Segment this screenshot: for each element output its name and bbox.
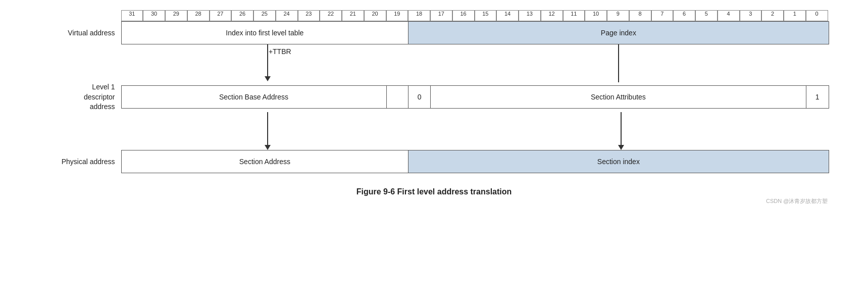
bit-label-20: 20 bbox=[364, 10, 386, 21]
right-arrow2-head bbox=[618, 145, 624, 150]
physical-address-row: Physical address Section AddressSection … bbox=[40, 150, 828, 173]
virtual-address-row: Virtual address Index into first level t… bbox=[40, 21, 828, 44]
bit-label-12: 12 bbox=[541, 10, 563, 21]
bit-label-2: 2 bbox=[761, 10, 784, 21]
csdn-watermark: CSDN @沐青岁故都方塑 bbox=[40, 197, 828, 205]
bit-label-0: 0 bbox=[806, 10, 828, 21]
bit-label-7: 7 bbox=[651, 10, 674, 21]
bit-label-21: 21 bbox=[342, 10, 364, 21]
bit-label-28: 28 bbox=[187, 10, 210, 21]
virtual-address-label: Virtual address bbox=[40, 28, 121, 37]
ttbr-arrow-area: +TTBR bbox=[121, 44, 828, 82]
diagram-container: 3130292827262524232221201918171615141312… bbox=[40, 10, 828, 205]
left-arrow2-line bbox=[267, 112, 268, 145]
level1-descriptor-row: Level 1 descriptor address Section Base … bbox=[40, 82, 828, 112]
bit-label-30: 30 bbox=[143, 10, 165, 21]
bit-label-22: 22 bbox=[320, 10, 342, 21]
bit-label-15: 15 bbox=[475, 10, 497, 21]
reg-cell: Section Address bbox=[122, 150, 409, 173]
bit-label-13: 13 bbox=[519, 10, 541, 21]
bit-label-24: 24 bbox=[276, 10, 298, 21]
reg-cell: Section Base Address bbox=[122, 86, 387, 108]
left-arrow2 bbox=[265, 112, 271, 150]
reg-cell: Index into first level table bbox=[122, 22, 409, 44]
bit-label-23: 23 bbox=[298, 10, 320, 21]
physical-address-label: Physical address bbox=[40, 157, 121, 166]
bit-label-11: 11 bbox=[563, 10, 585, 21]
left-arrow2-head bbox=[265, 145, 271, 150]
bit-label-9: 9 bbox=[607, 10, 629, 21]
left-arrow-line2 bbox=[267, 62, 268, 76]
right-arrow2 bbox=[618, 112, 624, 150]
reg-cell: Section index bbox=[409, 150, 828, 173]
ttbr-label: +TTBR bbox=[269, 47, 291, 56]
level1-arrow-area bbox=[121, 112, 828, 150]
bit-label-14: 14 bbox=[496, 10, 519, 21]
bit-label-8: 8 bbox=[629, 10, 651, 21]
reg-cell: 0 bbox=[409, 86, 431, 108]
bit-label-31: 31 bbox=[121, 10, 143, 21]
bit-label-4: 4 bbox=[718, 10, 740, 21]
bit-label-6: 6 bbox=[673, 10, 695, 21]
reg-cell: 1 bbox=[806, 86, 829, 108]
reg-cell: Section Attributes bbox=[431, 86, 806, 108]
bit-label-10: 10 bbox=[585, 10, 607, 21]
bit-label-3: 3 bbox=[740, 10, 762, 21]
right-line-body bbox=[618, 44, 619, 82]
bit-label-25: 25 bbox=[253, 10, 276, 21]
level1-label: Level 1 descriptor address bbox=[40, 82, 121, 112]
figure-caption: Figure 9-6 First level address translati… bbox=[40, 187, 828, 196]
bit-label-5: 5 bbox=[695, 10, 718, 21]
level1-bar: Section Base Address0Section Attributes1 bbox=[121, 85, 829, 109]
physical-address-bar: Section AddressSection index bbox=[121, 150, 829, 173]
bit-label-18: 18 bbox=[408, 10, 430, 21]
bit-label-1: 1 bbox=[784, 10, 806, 21]
bit-label-16: 16 bbox=[452, 10, 475, 21]
left-arrow-head bbox=[265, 76, 271, 81]
bit-label-27: 27 bbox=[210, 10, 232, 21]
bit-label-26: 26 bbox=[231, 10, 253, 21]
bit-label-29: 29 bbox=[165, 10, 187, 21]
right-line bbox=[618, 44, 619, 82]
left-arrow-line bbox=[267, 44, 268, 62]
reg-cell: Page index bbox=[409, 22, 828, 44]
right-arrow2-line bbox=[621, 112, 622, 145]
bit-label-19: 19 bbox=[386, 10, 409, 21]
left-arrow: +TTBR bbox=[265, 44, 271, 81]
bit-label-17: 17 bbox=[430, 10, 452, 21]
virtual-address-bar: Index into first level tablePage index bbox=[121, 21, 829, 44]
bit-number-row: 3130292827262524232221201918171615141312… bbox=[121, 10, 828, 21]
reg-cell bbox=[387, 86, 409, 108]
